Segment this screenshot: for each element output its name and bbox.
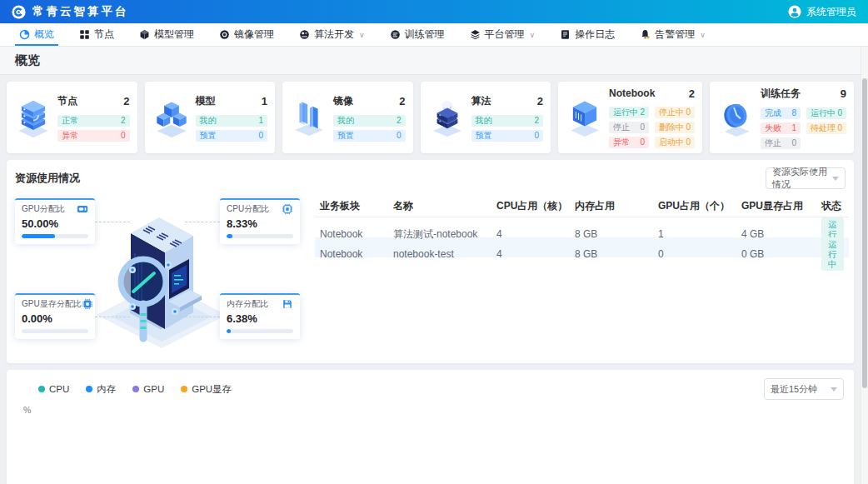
table-cell: notebook-test (393, 248, 496, 260)
resource-visualization: GPU分配比50.00%CPU分配比8.33%GPU显存分配比0.00%内存分配… (15, 195, 308, 355)
image-icon (219, 29, 230, 40)
stat-badge: 删除中0 (655, 122, 695, 133)
monitor-panel: CPU内存GPUGPU显存 最近15分钟 % (7, 370, 854, 484)
main-nav: 概览节点模型管理镜像管理算法开发∨训练管理平台管理∨操作日志告警管理∨ (0, 23, 868, 47)
gauge-label: CPU分配比 (227, 203, 269, 215)
stat-card-images[interactable]: 镜像2我的2预置0 (282, 82, 413, 153)
legend-item-gpu显存[interactable]: GPU显存 (181, 383, 232, 396)
stat-card-title: 训练任务 (761, 87, 801, 101)
legend-label: CPU (49, 384, 69, 394)
nav-item-label: 告警管理 (655, 27, 695, 42)
legend-item-gpu[interactable]: GPU (132, 384, 164, 394)
stat-card-count: 2 (689, 87, 695, 100)
chevron-down-icon (831, 387, 837, 392)
stat-badge-label: 完成 (765, 108, 781, 118)
stat-card-models[interactable]: 模型1我的1预置0 (145, 82, 276, 153)
stat-card-training-tasks[interactable]: 训练任务9完成8失败1停止0运行中0待处理0 (710, 82, 854, 153)
chevron-down-icon: ∨ (700, 31, 706, 39)
table-cell: 4 (496, 248, 575, 260)
cpu-chip-icon (282, 203, 293, 215)
nav-item-algorithm-development[interactable]: 算法开发∨ (287, 23, 377, 46)
nav-item-overview[interactable]: 概览 (7, 23, 67, 46)
gauge-progress-bar (22, 234, 88, 238)
table-cell: 1 (658, 228, 741, 240)
table-cell: 0 GB (741, 248, 821, 260)
resource-filter-value: 资源实际使用情况 (772, 166, 832, 191)
gauge-card-gpu-allocation: GPU分配比50.00% (15, 198, 95, 244)
stat-card-title: 节点 (57, 94, 77, 108)
time-range-value: 最近15分钟 (771, 383, 817, 396)
alert-icon (640, 29, 651, 40)
table-column-header: 状态 (821, 199, 844, 213)
stat-badge: 停止中0 (655, 107, 695, 118)
stat-badge-label: 异常 (613, 137, 630, 147)
stat-card-notebook[interactable]: Notebook2运行中2停止0异常0停止中0删除中0启动中0 (558, 82, 702, 153)
resource-usage-table: 业务板块名称CPU占用（核）内存占用GPU占用（个）GPU显存占用状态Noteb… (315, 195, 849, 355)
stat-badge: 正常2 (57, 115, 130, 127)
nav-item-platform-management[interactable]: 平台管理∨ (457, 23, 548, 46)
stat-cards-row: 节点2正常2异常0模型1我的1预置0镜像2我的2预置0算法2我的2预置0Note… (7, 82, 854, 153)
server-stack-illustration (14, 97, 52, 138)
scrollbar-thumb[interactable] (862, 78, 867, 388)
table-cell: Notebook (320, 228, 393, 240)
resource-filter-select[interactable]: 资源实际使用情况 (766, 167, 846, 189)
stat-badge-label: 异常 (62, 131, 78, 141)
model-icon (139, 29, 150, 40)
legend-item-cpu[interactable]: CPU (38, 384, 69, 394)
nav-item-training-management[interactable]: 训练管理 (377, 23, 457, 46)
nav-item-label: 镜像管理 (234, 27, 274, 42)
stat-card-nodes[interactable]: 节点2正常2异常0 (7, 82, 137, 153)
gauge-card-memory-allocation: 内存分配比6.38% (220, 293, 300, 339)
cube-illustration (566, 97, 604, 138)
gauge-progress-fill (227, 234, 232, 238)
gauge-value: 6.38% (227, 312, 293, 325)
app-title: 常青云智算平台 (32, 4, 129, 19)
stat-badge: 预置0 (471, 130, 544, 142)
cubes-illustration (152, 97, 191, 138)
slabs-illustration (290, 97, 328, 138)
stat-card-count: 2 (399, 95, 405, 107)
stat-badge-value: 0 (686, 122, 691, 132)
nav-item-label: 平台管理 (485, 27, 525, 42)
vertical-scrollbar[interactable] (861, 47, 868, 484)
stat-card-algorithms[interactable]: 算法2我的2预置0 (421, 82, 551, 153)
legend-label: GPU (143, 384, 164, 394)
table-column-header: GPU显存占用 (741, 199, 821, 213)
nav-item-operation-logs[interactable]: 操作日志 (547, 23, 627, 46)
nav-item-label: 概览 (34, 27, 54, 42)
chevron-down-icon: ∨ (359, 31, 365, 39)
page-title: 概览 (15, 52, 40, 68)
stat-card-title: 模型 (196, 94, 216, 108)
gauge-progress-fill (22, 234, 55, 238)
stat-badge-value: 0 (397, 131, 402, 141)
table-cell: 0 (658, 248, 741, 260)
nav-item-image-management[interactable]: 镜像管理 (207, 23, 287, 46)
gauge-card-cpu-allocation: CPU分配比8.33% (220, 198, 300, 244)
resource-panel: 资源使用情况 资源实际使用情况 (7, 160, 854, 363)
stat-badge-value: 0 (791, 138, 796, 148)
time-range-select[interactable]: 最近15分钟 (764, 378, 844, 400)
nav-item-label: 算法开发 (314, 27, 354, 42)
stat-badge-label: 我的 (337, 116, 354, 126)
stat-badge-label: 待处理 (811, 123, 836, 133)
gauge-progress-bar (227, 234, 293, 238)
nav-item-model-management[interactable]: 模型管理 (127, 23, 207, 46)
stat-badge: 启动中0 (655, 137, 695, 148)
stat-badge: 我的1 (196, 115, 268, 127)
legend-item-内存[interactable]: 内存 (86, 383, 116, 396)
nav-item-alert-management[interactable]: 告警管理∨ (627, 23, 718, 46)
nav-item-nodes[interactable]: 节点 (67, 23, 127, 46)
table-cell: 4 GB (741, 228, 821, 240)
stat-card-count: 2 (123, 95, 129, 107)
table-row[interactable]: Notebook算法测试-notebook48 GB14 GB运行中 (315, 217, 849, 237)
stat-badge-value: 0 (837, 123, 842, 133)
gauge-progress-bar (22, 329, 88, 333)
stat-card-title: 镜像 (333, 94, 353, 108)
connector-line (95, 222, 130, 222)
legend-dot-icon (132, 386, 139, 392)
stat-badge-label: 停止中 (659, 107, 684, 117)
stat-badge-label: 启动中 (659, 137, 684, 147)
gauge-value: 50.00% (22, 217, 88, 230)
user-menu[interactable]: 系统管理员 (788, 5, 856, 19)
table-column-header: GPU占用（个） (658, 199, 741, 213)
